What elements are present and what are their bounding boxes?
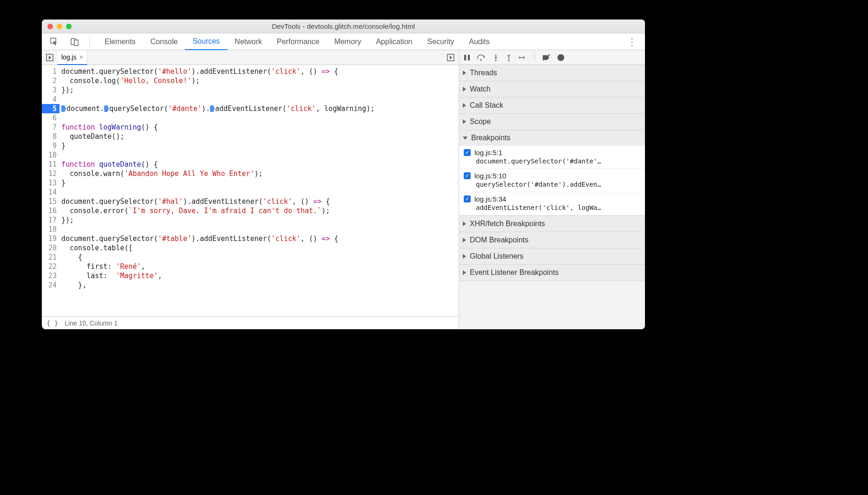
line-number[interactable]: 12 (42, 169, 59, 178)
code-line[interactable]: document.querySelector('#dante').addEven… (61, 104, 456, 113)
line-number[interactable]: 17 (42, 215, 59, 225)
line-number[interactable]: 22 (42, 262, 59, 271)
code-line[interactable]: quoteDante(); (61, 132, 456, 141)
line-number[interactable]: 20 (42, 243, 59, 253)
panel-tab-application[interactable]: Application (368, 33, 420, 50)
panel-tab-performance[interactable]: Performance (270, 33, 327, 50)
line-number[interactable]: 16 (42, 206, 59, 215)
step-icon[interactable] (519, 54, 527, 61)
section-label: Global Listeners (470, 252, 524, 261)
line-number[interactable]: 2 (42, 76, 59, 85)
code-line[interactable]: } (61, 141, 456, 150)
section-header-xhr-fetch-breakpoints[interactable]: XHR/fetch Breakpoints (459, 216, 645, 232)
pretty-print-icon[interactable]: { } (46, 319, 58, 327)
section-header-scope[interactable]: Scope (459, 114, 645, 130)
line-number[interactable]: 11 (42, 160, 59, 169)
close-tab-icon[interactable]: × (79, 53, 83, 61)
code-line[interactable]: } (61, 178, 456, 188)
panel-tab-sources[interactable]: Sources (185, 33, 227, 50)
panel-tab-memory[interactable]: Memory (327, 33, 368, 50)
column-breakpoint-marker[interactable] (61, 105, 66, 112)
line-number[interactable]: 9 (42, 141, 59, 150)
panel-tab-security[interactable]: Security (420, 33, 461, 50)
code-line[interactable]: console.error(`I'm sorry, Dave. I'm afra… (61, 206, 456, 215)
code-line[interactable]: function quoteDante() { (61, 160, 456, 169)
line-number[interactable]: 15 (42, 197, 59, 206)
section-header-threads[interactable]: Threads (459, 65, 645, 81)
show-navigator-icon[interactable] (44, 52, 56, 64)
code-line[interactable] (61, 150, 456, 160)
debugger-section: Watch (459, 81, 645, 98)
column-breakpoint-marker[interactable] (104, 105, 109, 112)
line-number[interactable]: 1 (42, 67, 59, 76)
code-area[interactable]: document.querySelector('#hello').addEven… (59, 65, 459, 316)
line-number[interactable]: 24 (42, 280, 59, 290)
code-line[interactable]: }); (61, 215, 456, 225)
file-tab[interactable]: log.js × (58, 50, 87, 65)
section-header-breakpoints[interactable]: Breakpoints (459, 130, 645, 146)
code-line[interactable]: console.table([ (61, 243, 456, 253)
code-line[interactable]: console.log('Hello, Console!'); (61, 76, 456, 85)
code-line[interactable]: }, (61, 280, 456, 290)
step-into-icon[interactable] (493, 54, 499, 61)
section-header-watch[interactable]: Watch (459, 81, 645, 97)
code-line[interactable] (61, 225, 456, 234)
code-line[interactable]: { (61, 253, 456, 262)
minimize-window-button[interactable] (57, 24, 62, 29)
code-line[interactable]: console.warn('Abandon Hope All Ye Who En… (61, 169, 456, 178)
more-options-icon[interactable]: ⋮ (624, 36, 640, 47)
window-controls (42, 24, 72, 29)
code-line[interactable]: document.querySelector('#hello').addEven… (61, 67, 456, 76)
code-line[interactable] (61, 188, 456, 197)
line-number[interactable]: 18 (42, 225, 59, 234)
panel-tab-console[interactable]: Console (143, 33, 185, 50)
section-header-event-listener-breakpoints[interactable]: Event Listener Breakpoints (459, 265, 645, 280)
line-number[interactable]: 5 (42, 104, 59, 113)
section-header-call-stack[interactable]: Call Stack (459, 98, 645, 113)
show-debugger-icon[interactable] (445, 52, 457, 64)
breakpoint-item[interactable]: ✓log.js:5:10querySelector('#dante').addE… (459, 169, 645, 192)
panel-tab-network[interactable]: Network (227, 33, 270, 50)
inspect-element-icon[interactable] (48, 36, 60, 48)
zoom-window-button[interactable] (66, 24, 72, 29)
panel-tab-elements[interactable]: Elements (97, 33, 143, 50)
line-number[interactable]: 8 (42, 132, 59, 141)
code-line[interactable]: document.querySelector('#table').addEven… (61, 234, 456, 243)
breakpoint-item[interactable]: ✓log.js:5:1document.querySelector('#dant… (459, 146, 645, 169)
line-gutter[interactable]: 123456789101112131415161718192021222324 (42, 65, 59, 316)
section-header-global-listeners[interactable]: Global Listeners (459, 248, 645, 264)
section-header-dom-breakpoints[interactable]: DOM Breakpoints (459, 232, 645, 248)
code-line[interactable]: document.querySelector('#hal').addEventL… (61, 197, 456, 206)
code-line[interactable] (61, 113, 456, 123)
breakpoint-checkbox[interactable]: ✓ (464, 172, 471, 179)
breakpoint-checkbox[interactable]: ✓ (464, 149, 471, 156)
panel-tab-audits[interactable]: Audits (461, 33, 497, 50)
step-out-icon[interactable] (506, 54, 512, 61)
breakpoint-checkbox[interactable]: ✓ (464, 195, 471, 202)
code-line[interactable]: first: 'René', (61, 262, 456, 271)
line-number[interactable]: 21 (42, 253, 59, 262)
device-toolbar-icon[interactable] (69, 36, 81, 48)
line-number[interactable]: 23 (42, 271, 59, 280)
step-over-icon[interactable] (477, 54, 486, 61)
close-window-button[interactable] (47, 24, 53, 29)
deactivate-breakpoints-icon[interactable] (542, 54, 551, 61)
line-number[interactable]: 13 (42, 178, 59, 188)
line-number[interactable]: 3 (42, 85, 59, 95)
code-line[interactable]: }); (61, 85, 456, 95)
code-line[interactable]: last: 'Magritte', (61, 271, 456, 280)
column-breakpoint-marker[interactable] (210, 105, 215, 112)
line-number[interactable]: 4 (42, 95, 59, 104)
debugger-section: Global Listeners (459, 248, 645, 265)
line-number[interactable]: 7 (42, 123, 59, 132)
code-line[interactable] (61, 95, 456, 104)
pause-on-exceptions-icon[interactable] (557, 54, 565, 61)
breakpoint-item[interactable]: ✓log.js:5:34addEventListener('click', lo… (459, 192, 645, 215)
line-number[interactable]: 6 (42, 113, 59, 123)
pause-icon[interactable] (464, 54, 470, 61)
line-number[interactable]: 14 (42, 188, 59, 197)
code-line[interactable]: function logWarning() { (61, 123, 456, 132)
line-number[interactable]: 10 (42, 150, 59, 160)
code-editor[interactable]: 123456789101112131415161718192021222324 … (42, 65, 459, 316)
line-number[interactable]: 19 (42, 234, 59, 243)
